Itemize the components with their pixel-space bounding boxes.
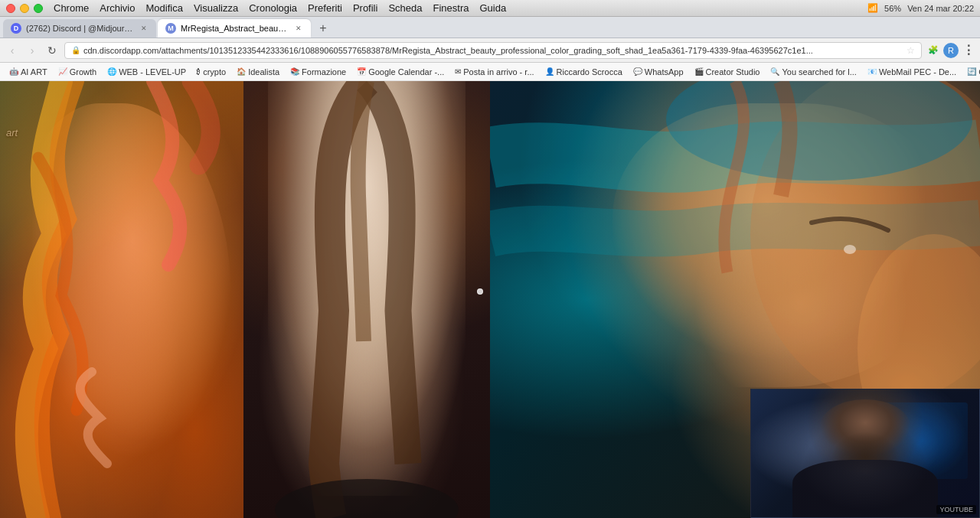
webcam-platform-badge: YOUTUBE bbox=[936, 505, 976, 514]
bookmark-label-idealista: Idealista bbox=[248, 67, 279, 77]
bookmark-label-webmail: WebMail PEC - De... bbox=[879, 67, 956, 77]
face-left bbox=[12, 103, 231, 497]
menu-chrome[interactable]: Chrome bbox=[54, 2, 89, 14]
bookmark-ai-art[interactable]: 🤖 AI ART bbox=[5, 64, 52, 80]
menu-scheda[interactable]: Scheda bbox=[388, 2, 422, 14]
bookmark-crypto[interactable]: ₿ crypto bbox=[192, 64, 230, 80]
bookmark-label-ai-art: AI ART bbox=[21, 67, 47, 77]
menu-preferiti[interactable]: Preferiti bbox=[308, 2, 342, 14]
minimize-window-button[interactable] bbox=[20, 4, 29, 13]
bookmark-icon-web: 🌐 bbox=[107, 67, 116, 76]
tab-label-midjourney: MrRegista_Abstract_beauty_... bbox=[181, 24, 287, 33]
bookmark-label-crypto: crypto bbox=[203, 67, 226, 77]
bookmarks-bar: 🤖 AI ART 📈 Growth 🌐 WEB - LEVEL-UP ₿ cry… bbox=[0, 63, 980, 81]
bookmark-label-search: You searched for l... bbox=[782, 67, 856, 77]
bookmark-webmail[interactable]: 📧 WebMail PEC - De... bbox=[863, 64, 961, 80]
title-bar: Chrome Archivio Modifica Visualizza Cron… bbox=[0, 0, 980, 17]
bookmark-icon-whatsapp: 💬 bbox=[633, 67, 642, 76]
menu-finestra[interactable]: Finestra bbox=[433, 2, 469, 14]
panel-right: YOUTUBE bbox=[490, 81, 980, 518]
menu-archivio[interactable]: Archivio bbox=[100, 2, 135, 14]
bookmark-label-web: WEB - LEVEL-UP bbox=[119, 67, 186, 77]
tab-favicon-midjourney: M bbox=[165, 23, 176, 34]
back-button[interactable]: ‹ bbox=[5, 43, 20, 58]
bookmark-creator-studio[interactable]: 🎬 Creator Studio bbox=[690, 64, 765, 80]
swirl-svg-left bbox=[0, 81, 243, 518]
profile-icon[interactable]: R bbox=[943, 43, 959, 58]
image-left: art bbox=[0, 81, 243, 518]
bookmark-icon-ai-art: 🤖 bbox=[9, 67, 18, 76]
bookmark-icon-idealista: 🏠 bbox=[237, 67, 246, 76]
bookmark-icon-growth: 📈 bbox=[58, 67, 67, 76]
bookmark-search[interactable]: 🔍 You searched for l... bbox=[766, 64, 861, 80]
bookmark-icon-posta: ✉ bbox=[455, 67, 461, 76]
main-content: art bbox=[0, 81, 980, 518]
bookmark-label-growth: Growth bbox=[70, 67, 96, 77]
bookmark-whatsapp[interactable]: 💬 WhatsApp bbox=[629, 64, 688, 80]
svg-point-0 bbox=[275, 479, 459, 518]
bookmark-idealista[interactable]: 🏠 Idealista bbox=[232, 64, 284, 80]
bookmark-posta[interactable]: ✉ Posta in arrivo - r... bbox=[450, 64, 538, 80]
datetime: Ven 24 mar 20:22 bbox=[907, 4, 974, 13]
url-text: cdn.discordapp.com/attachments/101351233… bbox=[83, 46, 903, 55]
wifi-icon: 📶 bbox=[867, 3, 878, 13]
bookmark-icon-converti: 🔄 bbox=[967, 67, 976, 76]
svg-point-3 bbox=[844, 245, 856, 254]
webcam-overlay: YOUTUBE bbox=[750, 389, 980, 518]
menu-visualizza[interactable]: Visualizza bbox=[194, 2, 238, 14]
bookmark-formazione[interactable]: 📚 Formazione bbox=[286, 64, 351, 80]
bookmark-icon-formazione: 📚 bbox=[290, 67, 299, 76]
menu-guida[interactable]: Guida bbox=[479, 2, 506, 14]
menu-cronologia[interactable]: Cronologia bbox=[249, 2, 297, 14]
battery-status: 56% bbox=[884, 4, 901, 13]
url-input[interactable]: 🔒 cdn.discordapp.com/attachments/1013512… bbox=[64, 42, 922, 59]
bookmark-icon-webmail: 📧 bbox=[867, 67, 877, 76]
tab-favicon-discord: D bbox=[11, 23, 21, 34]
tab-close-midjourney[interactable]: ✕ bbox=[293, 23, 303, 34]
menu-profili[interactable]: Profili bbox=[353, 2, 378, 14]
bookmark-web-levelup[interactable]: 🌐 WEB - LEVEL-UP bbox=[103, 64, 191, 80]
bookmark-icon-gcal: 📅 bbox=[357, 67, 366, 76]
panel-left-label: art bbox=[6, 127, 18, 138]
bookmark-icon-crypto: ₿ bbox=[197, 67, 201, 76]
bookmark-label-formazione: Formazione bbox=[302, 67, 346, 77]
bookmark-converti[interactable]: 🔄 Converti i video di... bbox=[962, 64, 980, 80]
bookmark-riccardo[interactable]: 👤 Riccardo Scrocca bbox=[541, 64, 627, 80]
bookmark-icon-creator: 🎬 bbox=[694, 67, 704, 76]
bookmark-growth[interactable]: 📈 Growth bbox=[54, 64, 101, 80]
tab-midjourney[interactable]: M MrRegista_Abstract_beauty_... ✕ bbox=[158, 19, 311, 37]
bookmark-star-icon[interactable]: ☆ bbox=[906, 45, 915, 56]
extensions-icon[interactable]: 🧩 bbox=[926, 44, 940, 57]
system-status: 📶 56% Ven 24 mar 20:22 bbox=[867, 3, 974, 13]
bookmark-label-creator: Creator Studio bbox=[706, 67, 760, 77]
address-bar: ‹ › ↻ 🔒 cdn.discordapp.com/attachments/1… bbox=[0, 38, 980, 63]
maximize-window-button[interactable] bbox=[34, 4, 43, 13]
new-tab-button[interactable]: + bbox=[312, 19, 334, 37]
close-window-button[interactable] bbox=[6, 4, 15, 13]
image-center bbox=[243, 81, 490, 518]
tab-discord[interactable]: D (2762) Discord | @Midjourney... ✕ bbox=[3, 19, 156, 37]
bookmark-label-posta: Posta in arrivo - r... bbox=[463, 67, 534, 77]
security-lock-icon: 🔒 bbox=[71, 46, 80, 54]
bookmark-icon-search: 🔍 bbox=[770, 67, 779, 76]
bookmark-gcalendar[interactable]: 📅 Google Calendar -... bbox=[352, 64, 449, 80]
panel-center bbox=[243, 81, 490, 518]
bookmark-label-whatsapp: WhatsApp bbox=[645, 67, 684, 77]
bookmark-label-riccardo: Riccardo Scrocca bbox=[557, 67, 622, 77]
bookmark-icon-riccardo: 👤 bbox=[545, 67, 554, 76]
more-options-icon[interactable]: ⋮ bbox=[962, 44, 975, 57]
hair-svg bbox=[243, 81, 490, 518]
tab-label-discord: (2762) Discord | @Midjourney... bbox=[26, 24, 132, 33]
tab-close-discord[interactable]: ✕ bbox=[139, 23, 149, 34]
bookmark-label-gcal: Google Calendar -... bbox=[368, 67, 444, 77]
reload-button[interactable]: ↻ bbox=[44, 43, 60, 58]
menu-bar: Chrome Archivio Modifica Visualizza Cron… bbox=[54, 2, 506, 14]
toolbar-icons: 🧩 R ⋮ bbox=[926, 43, 975, 58]
menu-modifica[interactable]: Modifica bbox=[146, 2, 183, 14]
tab-bar: D (2762) Discord | @Midjourney... ✕ M Mr… bbox=[0, 17, 980, 38]
webcam-person bbox=[774, 389, 956, 517]
panel-left: art bbox=[0, 81, 243, 518]
image-right: YOUTUBE bbox=[490, 81, 980, 518]
forward-button[interactable]: › bbox=[24, 43, 40, 58]
